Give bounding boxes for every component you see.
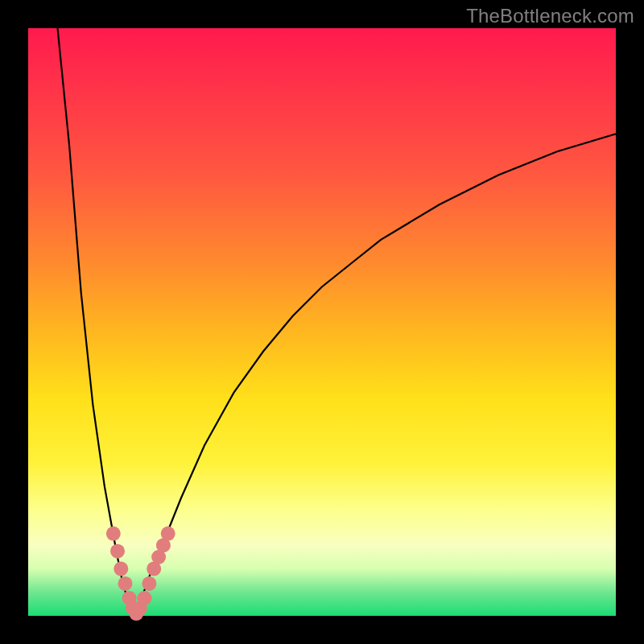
marker-dot bbox=[142, 576, 156, 591]
marker-dot bbox=[118, 576, 133, 591]
plot-area bbox=[28, 28, 616, 616]
watermark-text: TheBottleneck.com bbox=[466, 5, 634, 27]
marker-group bbox=[106, 526, 175, 621]
marker-dot bbox=[138, 591, 152, 605]
curve-path bbox=[58, 28, 617, 616]
bottleneck-curve bbox=[28, 28, 616, 616]
marker-dot bbox=[106, 526, 121, 541]
marker-dot bbox=[110, 544, 125, 559]
marker-dot bbox=[161, 526, 175, 541]
marker-dot bbox=[114, 562, 128, 576]
chart-frame: TheBottleneck.com bbox=[0, 0, 644, 644]
